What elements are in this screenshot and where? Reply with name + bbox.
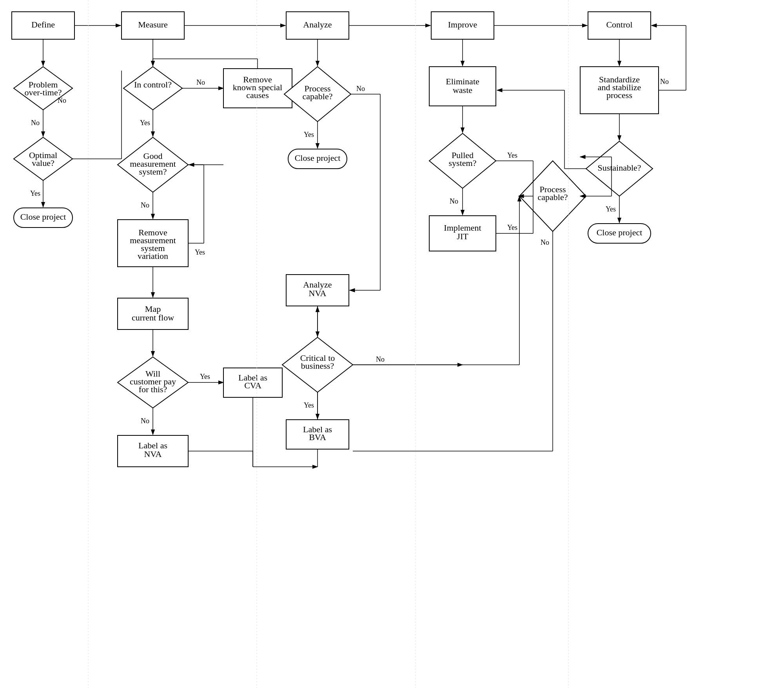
label-cva-text2: CVA bbox=[244, 380, 261, 390]
standardize-text3: process bbox=[606, 90, 632, 100]
process-capable-1-text2: capable? bbox=[303, 91, 333, 101]
yes-label-rmv: Yes bbox=[195, 248, 205, 256]
critical-business-text2: business? bbox=[301, 361, 334, 371]
define-label: Define bbox=[31, 20, 55, 29]
yes-label-jit: Yes bbox=[507, 224, 517, 231]
analyze-label: Analyze bbox=[303, 20, 332, 29]
remove-meas-text4: variation bbox=[138, 251, 168, 261]
optimal-value-text2: value? bbox=[32, 158, 54, 168]
good-meas-text3: system? bbox=[139, 167, 167, 177]
pulled-system-text2: system? bbox=[449, 158, 477, 168]
improve-label: Improve bbox=[448, 20, 477, 29]
label-bva-text2: BVA bbox=[309, 432, 326, 442]
no-label-pc1: No bbox=[356, 85, 365, 93]
close-project-3-text: Close project bbox=[597, 228, 642, 237]
no-label-ps: No bbox=[450, 197, 458, 205]
yes-label-ctb: Yes bbox=[304, 401, 314, 409]
no-label-1: No bbox=[58, 96, 66, 104]
label-nva-text2: NVA bbox=[144, 449, 162, 459]
remove-special-text3: causes bbox=[246, 90, 269, 100]
yes-label-in-control: Yes bbox=[140, 119, 150, 127]
implement-jit-text2: JIT bbox=[457, 231, 468, 241]
no-label-gms: No bbox=[141, 201, 149, 209]
problem-overtime-text2: over-time? bbox=[25, 87, 62, 97]
process-capable-2-text2: capable? bbox=[538, 192, 568, 202]
analyze-nva-text2: NVA bbox=[309, 288, 327, 298]
close-project-2-text: Close project bbox=[295, 153, 341, 163]
will-customer-text3: for this? bbox=[139, 384, 167, 394]
no-label-std: No bbox=[660, 78, 669, 86]
in-control-text: In control? bbox=[134, 80, 172, 89]
map-current-text2: current flow bbox=[132, 313, 174, 322]
yes-label-1: Yes bbox=[30, 189, 40, 197]
close-project-1-text: Close project bbox=[20, 212, 66, 222]
yes-label-pc1: Yes bbox=[304, 131, 314, 138]
yes-label-sus: Yes bbox=[606, 205, 616, 213]
no-label-ctb: No bbox=[376, 355, 385, 363]
no-label-wcp: No bbox=[141, 417, 149, 425]
sustainable-text: Sustainable? bbox=[597, 163, 641, 173]
yes-label-ps: Yes bbox=[507, 151, 517, 159]
eliminate-waste-text2: waste bbox=[453, 85, 472, 95]
control-label: Control bbox=[606, 20, 632, 29]
no-label-down-1: No bbox=[31, 119, 40, 127]
no-label-pc2: No bbox=[541, 238, 549, 246]
no-label-in-control: No bbox=[196, 78, 205, 86]
measure-label: Measure bbox=[138, 20, 168, 29]
yes-label-wcp: Yes bbox=[200, 373, 210, 380]
